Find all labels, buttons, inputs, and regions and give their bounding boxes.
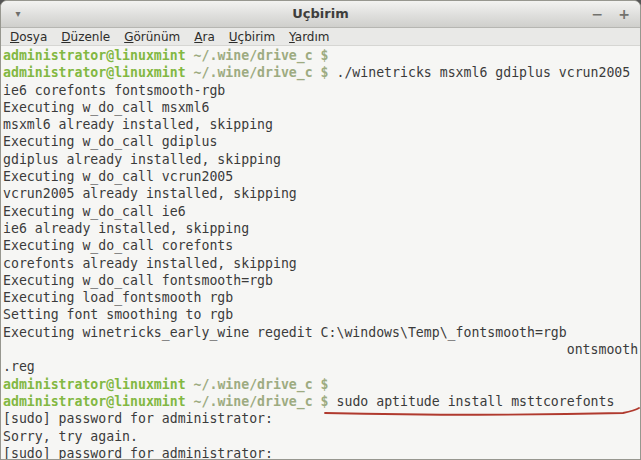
terminal-line: .reg — [3, 358, 640, 375]
terminal-line: Executing w_do_call fontsmooth=rgb — [3, 272, 640, 289]
prompt-path: ~/.wine/drive_c $ — [186, 377, 329, 392]
terminal-text: ie6 corefonts fontsmooth-rgb — [3, 83, 225, 98]
terminal-text: Executing w_do_call corefonts — [3, 238, 233, 253]
terminal-line: administrator@linuxmint ~/.wine/drive_c … — [3, 393, 640, 410]
terminal-window: ▾ Uçbirim − + DosyaDüzenleGörünümAraUçbi… — [0, 0, 641, 460]
maximize-button[interactable]: + — [618, 7, 630, 21]
terminal-text: Executing winetricks_early_wine regedit … — [3, 325, 567, 340]
prompt-user-host: administrator@linuxmint — [3, 65, 186, 80]
terminal-text: Setting font smoothing to rgb — [3, 307, 233, 322]
chevron-down-icon: ▾ — [15, 9, 20, 19]
terminal-text: [sudo] password for administrator: — [3, 411, 273, 426]
terminal-text: Executing w_do_call msxml6 — [3, 100, 209, 115]
terminal-line: ie6 already installed, skipping — [3, 220, 640, 237]
terminal-line: Executing load_fontsmooth rgb — [3, 289, 640, 306]
terminal-output[interactable]: administrator@linuxmint ~/.wine/drive_c … — [1, 46, 640, 460]
terminal-line: Setting font smoothing to rgb — [3, 306, 640, 323]
terminal-text: vcrun2005 already installed, skipping — [3, 186, 297, 201]
terminal-line: vcrun2005 already installed, skipping — [3, 185, 640, 202]
terminal-text: corefonts already installed, skipping — [3, 256, 297, 271]
terminal-line: gdiplus already installed, skipping — [3, 151, 640, 168]
terminal-text: Executing w_do_call fontsmooth=rgb — [3, 273, 273, 288]
prompt-path: ~/.wine/drive_c $ — [186, 394, 329, 409]
terminal-text: [sudo] password for administrator: — [3, 446, 273, 460]
terminal-line: Executing w_do_call msxml6 — [3, 99, 640, 116]
terminal-text: Executing w_do_call gdiplus — [3, 134, 217, 149]
terminal-line: ontsmooth — [3, 341, 640, 358]
terminal-text — [329, 394, 337, 409]
menu-item-uçbirim[interactable]: Uçbirim — [222, 30, 282, 44]
terminal-line: Executing w_do_call corefonts — [3, 237, 640, 254]
window-controls: − + — [592, 1, 630, 27]
terminal-line: administrator@linuxmint ~/.wine/drive_c … — [3, 376, 640, 393]
prompt-path: ~/.wine/drive_c $ — [186, 48, 329, 63]
minimize-button[interactable]: − — [592, 7, 604, 21]
titlebar: ▾ Uçbirim − + — [1, 1, 640, 28]
menu-item-ara[interactable]: Ara — [187, 30, 222, 44]
terminal-line: [sudo] password for administrator: — [3, 445, 640, 460]
prompt-user-host: administrator@linuxmint — [3, 394, 186, 409]
prompt-path: ~/.wine/drive_c $ — [186, 65, 329, 80]
menu-item-düzenle[interactable]: Düzenle — [54, 30, 117, 44]
menu-item-görünüm[interactable]: Görünüm — [117, 30, 187, 44]
terminal-line: Executing w_do_call gdiplus — [3, 133, 640, 150]
terminal-line: Executing w_do_call ie6 — [3, 203, 640, 220]
terminal-text: Executing w_do_call vcrun2005 — [3, 169, 233, 184]
terminal-line: Executing w_do_call vcrun2005 — [3, 168, 640, 185]
terminal-line: ie6 corefonts fontsmooth-rgb — [3, 82, 640, 99]
terminal-text: sudo aptitude install msttcorefonts — [337, 394, 615, 409]
terminal-text: .reg — [3, 359, 35, 374]
terminal-text: ./winetricks msxml6 gdiplus vcrun2005 — [329, 65, 631, 80]
terminal-line: Sorry, try again. — [3, 428, 640, 445]
terminal-text: Sorry, try again. — [3, 429, 138, 444]
window-title: Uçbirim — [1, 6, 640, 21]
terminal-text: ie6 already installed, skipping — [3, 221, 249, 236]
terminal-line: administrator@linuxmint ~/.wine/drive_c … — [3, 47, 640, 64]
terminal-text: msxml6 already installed, skipping — [3, 117, 273, 132]
window-menu-button[interactable]: ▾ — [9, 5, 27, 23]
prompt-user-host: administrator@linuxmint — [3, 48, 186, 63]
terminal-text: gdiplus already installed, skipping — [3, 152, 281, 167]
red-underline-annotation — [323, 408, 641, 418]
terminal-text: Executing load_fontsmooth rgb — [3, 290, 233, 305]
menu-item-yardım[interactable]: Yardım — [282, 30, 336, 44]
menubar: DosyaDüzenleGörünümAraUçbirimYardım — [1, 28, 640, 46]
terminal-line: msxml6 already installed, skipping — [3, 116, 640, 133]
terminal-text: ontsmooth — [3, 342, 638, 357]
terminal-line: corefonts already installed, skipping — [3, 255, 640, 272]
terminal-line: administrator@linuxmint ~/.wine/drive_c … — [3, 64, 640, 81]
terminal-text: Executing w_do_call ie6 — [3, 204, 186, 219]
terminal-line: Executing winetricks_early_wine regedit … — [3, 324, 640, 341]
prompt-user-host: administrator@linuxmint — [3, 377, 186, 392]
menu-item-dosya[interactable]: Dosya — [3, 30, 54, 44]
